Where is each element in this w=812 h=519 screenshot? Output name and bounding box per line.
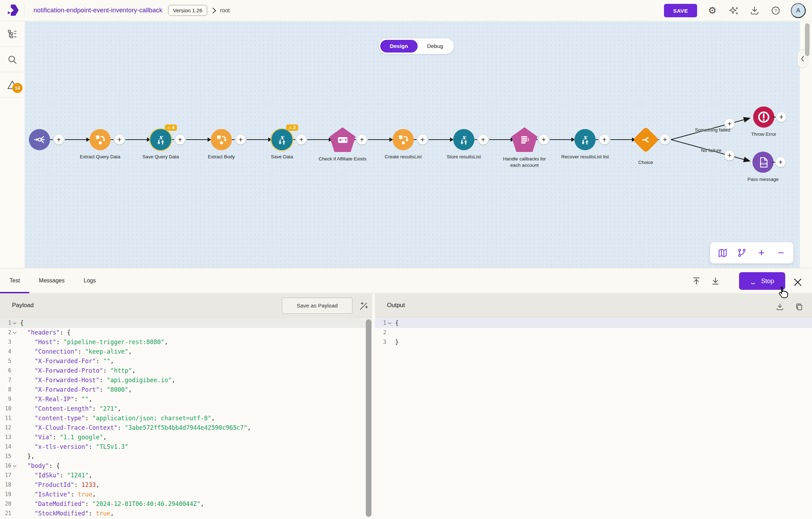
add-component-button[interactable]: + [54, 135, 64, 145]
tab-design[interactable]: Design [380, 40, 418, 53]
line-number: 2 [375, 328, 386, 337]
output-code: 1{23} [375, 318, 812, 347]
user-avatar[interactable]: A [791, 3, 806, 18]
node-choice[interactable] [633, 127, 659, 153]
choice-icon [640, 134, 651, 145]
node-recover-resultslist-list[interactable]: x [574, 129, 596, 150]
code-line[interactable]: 15 }, [0, 452, 372, 461]
minimap-icon[interactable] [715, 246, 730, 260]
code-line[interactable]: 17 "IdSku": "1241", [0, 471, 372, 480]
ai-sparkles-icon[interactable] [727, 5, 739, 17]
connector: + [596, 129, 635, 150]
event-trigger-icon [33, 134, 45, 146]
code-line[interactable]: 13 "Via": "1.1 google", [0, 433, 372, 442]
zoom-in-button[interactable]: + [755, 246, 769, 260]
code-line[interactable]: 16 "body": { [0, 461, 372, 471]
copy-output-icon[interactable] [793, 301, 805, 313]
tab-logs[interactable]: Logs [74, 268, 105, 293]
expand-down-icon[interactable] [709, 275, 721, 287]
save-button[interactable]: SAVE [664, 4, 697, 17]
fold-toggle-icon[interactable] [12, 331, 17, 334]
code-line[interactable]: 7 "X-Forwarded-Host": "api.godigibee.io"… [0, 375, 372, 385]
sidebar-item-alerts[interactable]: 14 [0, 72, 25, 98]
payload-editor[interactable]: 1{2 "headers": {3 "Host": "pipeline-trig… [0, 318, 372, 519]
vertical-scrollbar[interactable] [805, 23, 810, 56]
version-badge[interactable]: Version 1.26 [168, 5, 207, 16]
node-check-if-affiliate-exists[interactable] [330, 127, 356, 152]
code-line[interactable]: 1{ [0, 318, 372, 328]
node-extract-body[interactable] [211, 129, 232, 150]
fold-toggle-icon[interactable] [387, 322, 392, 325]
add-component-button[interactable]: + [539, 135, 549, 145]
save-as-payload-button[interactable]: Save as Payload [282, 298, 352, 314]
code-line[interactable]: 20 "DateModified": "2024-12-01T06:40:46.… [0, 499, 372, 509]
sidebar-item-search[interactable] [0, 47, 25, 72]
add-component-button[interactable]: + [478, 135, 488, 145]
code-line[interactable]: 10 "Content-Length": "271", [0, 404, 372, 414]
node-store-resultslist[interactable]: x [453, 129, 474, 150]
add-component-button[interactable]: + [418, 135, 427, 145]
payload-scrollbar[interactable] [366, 319, 371, 517]
flow-canvas[interactable]: Design Debug +Extract Query Data+x⚠4Save… [25, 22, 800, 268]
add-component-button[interactable]: + [660, 135, 670, 145]
collapse-up-icon[interactable] [690, 275, 702, 287]
code-text: "Host": "pipeline-trigger-rest:8080", [20, 337, 168, 347]
tab-test[interactable]: Test [0, 268, 29, 293]
code-text: "X-Cloud-Trace-Context": "3abe572ff5b4bb… [20, 423, 251, 433]
help-icon[interactable]: ? [770, 5, 782, 17]
tab-messages[interactable]: Messages [29, 268, 74, 293]
code-line[interactable]: 9 "X-Real-IP": "", [0, 395, 372, 404]
node-pass-message[interactable]: JSON [752, 152, 774, 173]
magic-wand-icon[interactable] [357, 300, 369, 312]
tab-debug[interactable]: Debug [418, 40, 453, 53]
connector-arrow [368, 139, 393, 140]
canvas-controls: + − [710, 242, 793, 263]
add-component-button[interactable]: + [236, 135, 246, 145]
download-icon[interactable] [749, 5, 761, 17]
git-branch-icon[interactable] [735, 246, 749, 260]
code-line[interactable]: 1{ [375, 318, 812, 328]
add-component-button[interactable]: + [357, 135, 367, 145]
code-line[interactable]: 2 "headers": { [0, 328, 372, 337]
code-line[interactable]: 8 "X-Forwarded-Port": "8000", [0, 385, 372, 395]
fold-toggle-icon[interactable] [12, 322, 17, 325]
code-line[interactable]: 2 [375, 328, 812, 337]
settings-gear-icon[interactable]: ⚙ [706, 5, 718, 17]
connector-dash [111, 139, 113, 140]
line-number: 14 [0, 442, 11, 452]
code-line[interactable]: 3} [375, 337, 812, 347]
code-line[interactable]: 3 "Host": "pipeline-trigger-rest:8080", [0, 337, 372, 347]
download-output-icon[interactable] [774, 301, 786, 313]
zoom-out-button[interactable]: − [774, 246, 788, 260]
node-create-resultslist[interactable] [393, 129, 414, 150]
node-extract-query-data[interactable] [90, 129, 111, 150]
node-save-data[interactable]: x⚠2 [271, 129, 293, 150]
sidebar-item-pipeline-structure[interactable] [0, 22, 25, 47]
add-component-button[interactable]: + [776, 157, 786, 167]
code-line[interactable]: 14 "x-tls-version": "TLSv1.3" [0, 442, 372, 452]
add-component-button[interactable]: + [599, 135, 609, 145]
node-trigger[interactable] [29, 129, 50, 150]
code-line[interactable]: 11 "content-type": "application/json; ch… [0, 414, 372, 423]
code-line[interactable]: 19 "IsActive": true, [0, 490, 372, 499]
code-line[interactable]: 21 "StockModified": true, [0, 509, 372, 518]
code-text: "X-Forwarded-For": "", [20, 356, 114, 366]
node-handle-callbacks-for-each-account[interactable] [511, 127, 537, 152]
stop-button[interactable]: Stop [739, 272, 785, 290]
add-component-button[interactable]: + [115, 135, 124, 145]
output-editor[interactable]: 1{23} [375, 318, 812, 519]
code-line[interactable]: 6 "X-Forwarded-Proto": "http", [0, 366, 372, 375]
add-component-button[interactable]: + [296, 135, 306, 145]
fold-toggle-icon[interactable] [12, 465, 17, 468]
code-line[interactable]: 5 "X-Forwarded-For": "", [0, 356, 372, 366]
add-component-button[interactable]: + [776, 112, 786, 122]
close-icon[interactable] [792, 276, 804, 288]
breadcrumb-root[interactable]: root [220, 7, 230, 14]
code-line[interactable]: 18 "ProductId": 1233, [0, 480, 372, 490]
add-component-button[interactable]: + [175, 135, 185, 145]
code-line[interactable]: 4 "Connection": "keep-alive", [0, 347, 372, 356]
node-throw-error[interactable] [753, 106, 774, 128]
alert-count-badge: 14 [12, 83, 23, 93]
node-save-query-data[interactable]: x⚠4 [150, 129, 171, 150]
code-line[interactable]: 12 "X-Cloud-Trace-Context": "3abe572ff5b… [0, 423, 372, 433]
